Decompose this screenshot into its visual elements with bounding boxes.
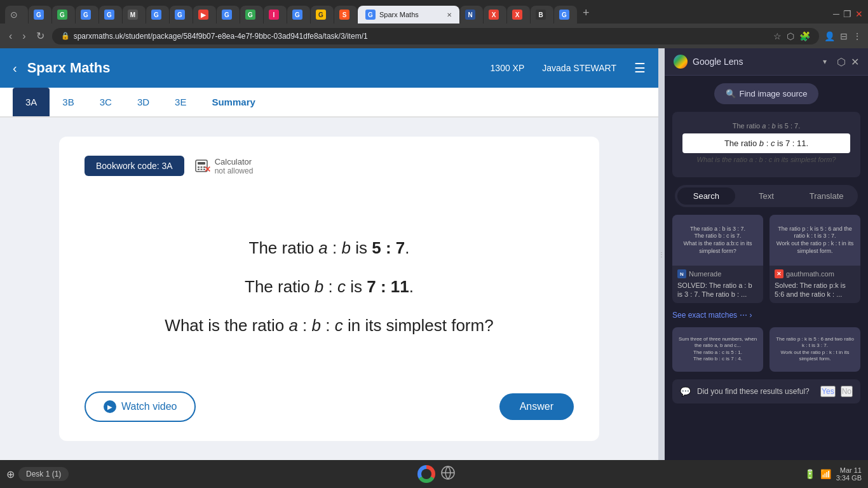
tab-g3[interactable]: G	[76, 6, 98, 24]
tab-g1[interactable]: G	[29, 6, 51, 24]
browser-window-controls: ─ ❐ ✕	[833, 9, 863, 19]
gauthmath-source-icon: ✕	[775, 269, 783, 278]
lens-dropdown-icon[interactable]: ▾	[823, 57, 827, 66]
close-window-button[interactable]: ✕	[855, 9, 863, 19]
lens-close-button[interactable]: ✕	[851, 56, 859, 68]
taskbar-datetime: Mar 11 3:34 GB	[836, 466, 862, 482]
tab-g10[interactable]: G	[311, 6, 334, 24]
tab-g5[interactable]: G	[146, 6, 169, 24]
search-results-grid: The ratio a : b is 3 : 7.The ratio b : c…	[672, 215, 860, 303]
watch-video-button[interactable]: ▶ Watch video	[85, 391, 196, 422]
tab-circle[interactable]: ⊙	[5, 6, 28, 24]
tab-yt[interactable]: ▶	[193, 6, 216, 24]
tab-numerade[interactable]: N	[460, 6, 483, 24]
result-thumb-1: The ratio a : b is 3 : 7.The ratio b : c…	[672, 215, 763, 266]
more-results-grid: Sum three of three numbers, when the rat…	[672, 327, 860, 372]
tab-3c[interactable]: 3C	[87, 88, 125, 116]
feedback-yes-button[interactable]: Yes	[820, 386, 836, 397]
address-bar[interactable]: 🔒 sparxmaths.uk/student/package/584f9b07…	[52, 28, 819, 44]
tab-3e[interactable]: 3E	[162, 88, 199, 116]
taskbar-desk-item[interactable]: Desk 1 (1)	[18, 467, 69, 481]
lens-tab-search[interactable]: Search	[677, 187, 735, 205]
result-card-more-2[interactable]: The ratio p : k is 5 : 6 and two ratio k…	[770, 327, 860, 372]
forward-button[interactable]: ›	[20, 28, 28, 44]
question-actions: ▶ Watch video Answer	[85, 391, 574, 422]
maximize-button[interactable]: ❐	[843, 9, 851, 19]
feedback-no-button[interactable]: No	[841, 386, 853, 397]
google-lens-panel: Google Lens ▾ ⬡ ✕ 🔍 Find image source Th…	[665, 48, 868, 460]
sidebar-icon[interactable]: ⊟	[840, 31, 848, 41]
find-image-source-button[interactable]: 🔍 Find image source	[714, 83, 819, 104]
google-lens-logo	[674, 55, 688, 69]
svg-rect-6	[200, 169, 202, 170]
sparx-header: ‹ Sparx Maths 1300 XP Javada STEWART ☰	[0, 48, 658, 88]
tab-close-icon[interactable]: ✕	[447, 11, 452, 18]
taskbar-chrome-icon[interactable]	[417, 465, 435, 483]
tab-3d[interactable]: 3D	[125, 88, 162, 116]
sparx-tabs: 3A 3B 3C 3D 3E Summary	[0, 88, 658, 118]
result-source-2: ✕ gauthmath.com	[775, 269, 855, 278]
tab-b[interactable]: B	[531, 6, 553, 24]
tab-favicon: G	[175, 10, 185, 20]
chevron-right-icon: ⋯ ›	[740, 311, 752, 320]
wifi-icon: 📶	[820, 469, 831, 479]
result-card-gauthmath[interactable]: The ratio p : k is 5 : 6 and the ratio k…	[770, 215, 860, 303]
back-icon[interactable]: ‹	[13, 61, 17, 76]
question-body: The ratio a : b is 5 : 7. The ratio b : …	[85, 201, 574, 372]
result-card-more-1[interactable]: Sum three of three numbers, when the rat…	[672, 327, 763, 372]
tab-x1[interactable]: X	[484, 6, 506, 24]
lens-header: Google Lens ▾ ⬡ ✕	[665, 48, 868, 76]
tab-g2[interactable]: G	[52, 6, 75, 24]
see-exact-matches[interactable]: See exact matches ⋯ ›	[672, 311, 860, 320]
tab-summary[interactable]: Summary	[199, 88, 268, 116]
feedback-icon: 💬	[680, 386, 691, 396]
tab-g9[interactable]: G	[287, 6, 310, 24]
bookmark-icon[interactable]: ☆	[773, 31, 782, 41]
result-thumb-text-more-1: Sum three of three numbers, when the rat…	[677, 336, 758, 363]
back-button[interactable]: ‹	[6, 28, 15, 44]
taskbar-apps-icon[interactable]: ⊕	[6, 468, 15, 480]
lens-tab-translate[interactable]: Translate	[797, 187, 855, 205]
answer-button[interactable]: Answer	[499, 393, 574, 420]
panel-resize-handle[interactable]: ⋮	[658, 48, 665, 460]
question-card: Bookwork code: 3A	[59, 137, 599, 441]
tab-g4[interactable]: G	[99, 6, 122, 24]
lens-mode-tabs: Search Text Translate	[675, 185, 858, 207]
tab-insta[interactable]: I	[264, 6, 287, 24]
result-card-numerade[interactable]: The ratio a : b is 3 : 7.The ratio b : c…	[672, 215, 763, 303]
tab-active[interactable]: G Sparx Maths ✕	[358, 6, 459, 24]
taskbar-map-icon[interactable]	[440, 465, 456, 483]
calculator-status: not allowed	[215, 166, 254, 175]
lens-open-external-button[interactable]: ⬡	[837, 56, 846, 68]
tab-x2[interactable]: X	[507, 6, 530, 24]
reload-button[interactable]: ↻	[34, 27, 47, 44]
tab-favicon: G	[151, 10, 161, 20]
tab-g11[interactable]: G	[554, 6, 577, 24]
extensions-icon[interactable]: 🧩	[799, 31, 810, 41]
lock-icon: 🔒	[61, 32, 70, 40]
tab-g6[interactable]: G	[170, 6, 193, 24]
tab-favicon: G	[316, 10, 326, 20]
feedback-row: 💬 Did you find these results useful? Yes…	[672, 379, 860, 403]
tab-favicon: B	[536, 10, 546, 20]
minimize-button[interactable]: ─	[833, 9, 839, 19]
numerade-source-icon: N	[677, 269, 686, 278]
result-title-1: SOLVED: The ratio a : b is 3 : 7. The ra…	[677, 281, 758, 299]
tab-favicon: G	[222, 10, 232, 20]
lens-icon[interactable]: ⬡	[787, 31, 794, 41]
tab-3a[interactable]: 3A	[13, 88, 50, 116]
lens-tab-text[interactable]: Text	[738, 187, 796, 205]
tab-g7[interactable]: G	[217, 6, 240, 24]
tab-g8[interactable]: G	[240, 6, 263, 24]
new-tab-button[interactable]: +	[578, 4, 595, 22]
hamburger-menu-icon[interactable]: ☰	[634, 60, 646, 76]
tab-m[interactable]: M	[123, 6, 146, 24]
svg-rect-3	[200, 166, 202, 168]
profile-icon[interactable]: 👤	[824, 31, 835, 41]
tab-snap[interactable]: S	[334, 6, 357, 24]
bookwork-row: Bookwork code: 3A	[85, 156, 574, 176]
result-thumb-more-1: Sum three of three numbers, when the rat…	[672, 327, 763, 372]
gauthmath-source-name: gauthmath.com	[786, 270, 834, 278]
tab-3b[interactable]: 3B	[50, 88, 86, 116]
more-options-icon[interactable]: ⋮	[853, 31, 862, 41]
